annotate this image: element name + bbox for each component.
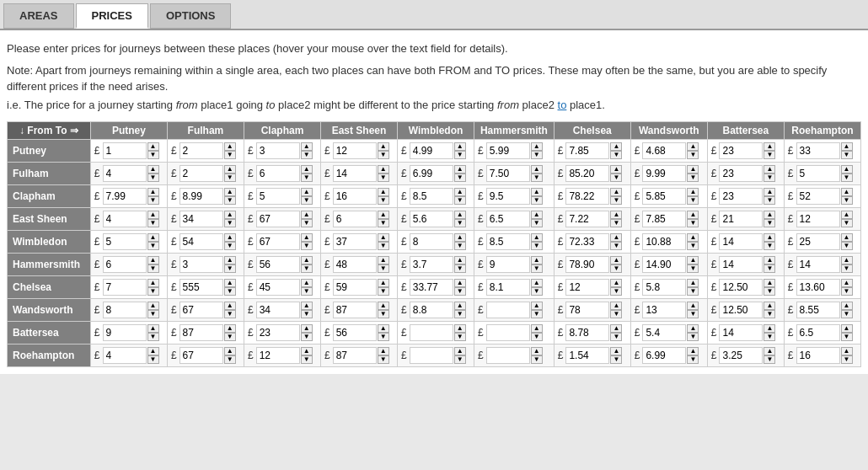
spinner-up[interactable]: ▲	[147, 347, 159, 355]
price-input[interactable]	[642, 347, 686, 364]
spinner-up[interactable]: ▲	[378, 347, 389, 355]
price-input[interactable]	[333, 165, 377, 182]
price-input[interactable]	[179, 233, 223, 250]
spinner-up[interactable]: ▲	[224, 142, 236, 151]
price-input[interactable]	[642, 211, 686, 227]
spinner-down[interactable]: ▼	[301, 310, 313, 318]
price-input[interactable]	[410, 211, 453, 227]
price-input[interactable]	[486, 233, 530, 250]
spinner-down[interactable]: ▼	[454, 174, 466, 182]
spinner-up[interactable]: ▲	[610, 188, 622, 196]
spinner-down[interactable]: ▼	[147, 174, 159, 182]
spinner-down[interactable]: ▼	[531, 355, 543, 364]
price-input[interactable]	[565, 188, 609, 205]
price-input[interactable]	[410, 188, 453, 205]
spinner-down[interactable]: ▼	[224, 196, 236, 205]
spinner-up[interactable]: ▲	[301, 347, 313, 355]
price-input[interactable]	[642, 302, 686, 318]
spinner-down[interactable]: ▼	[531, 242, 543, 250]
spinner-down[interactable]: ▼	[610, 264, 622, 273]
spinner-down[interactable]: ▼	[531, 196, 543, 205]
price-input[interactable]	[486, 188, 530, 205]
spinner-up[interactable]: ▲	[764, 279, 775, 287]
price-input[interactable]	[565, 142, 609, 159]
spinner-up[interactable]: ▲	[764, 165, 775, 174]
price-input[interactable]	[796, 279, 840, 296]
spinner-up[interactable]: ▲	[378, 233, 389, 242]
price-input[interactable]	[719, 142, 763, 159]
price-input[interactable]	[333, 256, 377, 273]
spinner-up[interactable]: ▲	[378, 256, 389, 264]
price-input[interactable]	[719, 211, 763, 227]
spinner-down[interactable]: ▼	[841, 219, 853, 227]
spinner-up[interactable]: ▲	[687, 211, 699, 219]
price-input[interactable]	[410, 142, 453, 159]
spinner-down[interactable]: ▼	[378, 287, 389, 296]
spinner-up[interactable]: ▲	[224, 188, 236, 196]
price-input[interactable]	[486, 211, 530, 227]
spinner-down[interactable]: ▼	[224, 151, 236, 159]
price-input[interactable]	[565, 279, 609, 296]
spinner-down[interactable]: ▼	[687, 264, 699, 273]
spinner-up[interactable]: ▲	[454, 165, 466, 174]
price-input[interactable]	[333, 279, 377, 296]
spinner-down[interactable]: ▼	[531, 264, 543, 273]
spinner-down[interactable]: ▼	[301, 264, 313, 273]
spinner-up[interactable]: ▲	[454, 211, 466, 219]
spinner-down[interactable]: ▼	[147, 242, 159, 250]
spinner-up[interactable]: ▲	[610, 256, 622, 264]
price-input[interactable]	[410, 347, 453, 364]
spinner-down[interactable]: ▼	[378, 174, 389, 182]
price-input[interactable]	[103, 279, 147, 296]
price-input[interactable]	[410, 256, 453, 273]
spinner-down[interactable]: ▼	[841, 310, 853, 318]
price-input[interactable]	[719, 347, 763, 364]
spinner-up[interactable]: ▲	[841, 142, 853, 151]
price-input[interactable]	[103, 324, 147, 341]
price-input[interactable]	[333, 211, 377, 227]
price-input[interactable]	[719, 302, 763, 318]
spinner-down[interactable]: ▼	[687, 287, 699, 296]
spinner-down[interactable]: ▼	[531, 219, 543, 227]
price-input[interactable]	[486, 347, 530, 364]
spinner-up[interactable]: ▲	[301, 279, 313, 287]
spinner-up[interactable]: ▲	[531, 324, 543, 333]
price-input[interactable]	[565, 211, 609, 227]
price-input[interactable]	[642, 165, 686, 182]
spinner-up[interactable]: ▲	[687, 324, 699, 333]
spinner-down[interactable]: ▼	[610, 333, 622, 341]
price-input[interactable]	[256, 302, 300, 318]
spinner-down[interactable]: ▼	[301, 196, 313, 205]
spinner-down[interactable]: ▼	[224, 333, 236, 341]
spinner-down[interactable]: ▼	[147, 264, 159, 273]
spinner-up[interactable]: ▲	[147, 165, 159, 174]
price-input[interactable]	[333, 324, 377, 341]
spinner-down[interactable]: ▼	[301, 219, 313, 227]
spinner-down[interactable]: ▼	[764, 174, 775, 182]
spinner-down[interactable]: ▼	[454, 310, 466, 318]
price-input[interactable]	[333, 302, 377, 318]
price-input[interactable]	[486, 256, 530, 273]
spinner-down[interactable]: ▼	[531, 151, 543, 159]
spinner-down[interactable]: ▼	[224, 287, 236, 296]
price-input[interactable]	[565, 302, 609, 318]
tab-prices[interactable]: PRICES	[76, 3, 148, 29]
price-input[interactable]	[103, 211, 147, 227]
spinner-up[interactable]: ▲	[610, 347, 622, 355]
price-input[interactable]	[333, 142, 377, 159]
spinner-up[interactable]: ▲	[454, 302, 466, 310]
spinner-down[interactable]: ▼	[531, 333, 543, 341]
price-input[interactable]	[565, 347, 609, 364]
price-input[interactable]	[796, 347, 840, 364]
spinner-up[interactable]: ▲	[531, 211, 543, 219]
spinner-down[interactable]: ▼	[147, 355, 159, 364]
spinner-up[interactable]: ▲	[378, 188, 389, 196]
spinner-down[interactable]: ▼	[610, 196, 622, 205]
spinner-up[interactable]: ▲	[224, 256, 236, 264]
price-input[interactable]	[179, 347, 223, 364]
spinner-down[interactable]: ▼	[454, 287, 466, 296]
price-input[interactable]	[642, 233, 686, 250]
spinner-down[interactable]: ▼	[378, 310, 389, 318]
spinner-down[interactable]: ▼	[378, 264, 389, 273]
spinner-down[interactable]: ▼	[841, 196, 853, 205]
